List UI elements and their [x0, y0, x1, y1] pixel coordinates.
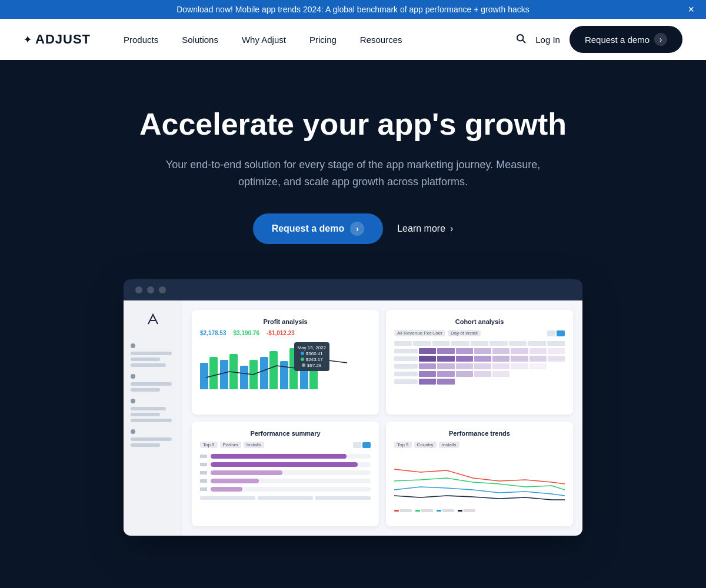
profit-metric-3: -$1,012.23	[267, 330, 295, 336]
legend-green-line	[415, 510, 420, 512]
hero-learn-chevron-icon: ›	[450, 223, 453, 234]
cohort-cell	[511, 379, 528, 385]
cohort-cell	[419, 348, 436, 354]
tooltip-v3: $97.28	[298, 363, 326, 368]
perf-bar-fill-2	[211, 462, 358, 467]
perf-bar-container-5	[211, 487, 371, 492]
cohort-toggles	[547, 330, 565, 336]
profit-analysis-title: Profit analysis	[200, 318, 371, 325]
profit-metric-1: $2,178.53	[200, 330, 227, 336]
cohort-filter-2: Day of install	[448, 330, 481, 336]
banner-close-button[interactable]: ×	[688, 4, 694, 16]
dashboard-titlebar	[124, 279, 582, 300]
cohort-cell	[492, 371, 509, 377]
legend-dark-label	[464, 509, 475, 512]
tooltip-date: May 15, 2022	[298, 345, 326, 350]
nav-item-why-adjust[interactable]: Why Adjust	[232, 30, 295, 49]
cohort-row-3	[394, 363, 565, 369]
hero-demo-button[interactable]: Request a demo ›	[253, 213, 384, 244]
nav-item-resources[interactable]: Resources	[351, 30, 412, 49]
cohort-header-cell	[547, 341, 565, 346]
titlebar-dot-3	[159, 286, 166, 293]
perf-legend	[200, 496, 371, 500]
perf-bar-label-5	[200, 487, 207, 491]
perf-bar-fill-5	[211, 487, 242, 492]
sidebar-dot-2	[131, 374, 135, 379]
hero-learn-more-button[interactable]: Learn more ›	[397, 223, 453, 234]
search-button[interactable]	[515, 33, 526, 46]
announcement-banner: Download now! Mobile app trends 2024: A …	[0, 0, 706, 19]
profit-bar-chart: May 15, 2022 $360.41 $243.17 $97.28	[200, 342, 371, 389]
cohort-header-cell	[451, 341, 469, 346]
cohort-row-label	[394, 372, 418, 376]
dashboard-mockup: Profit analysis $2,178.53 $3,190.76 -$1,…	[124, 279, 582, 536]
sidebar-line-8	[131, 419, 172, 422]
hero-title: Accelerate your app's growth	[118, 107, 588, 142]
nav-item-solutions[interactable]: Solutions	[172, 30, 228, 49]
performance-summary-card: Performance summary Top 5 Partner Instal…	[192, 422, 379, 526]
cohort-cell	[437, 348, 454, 354]
legend-red	[394, 509, 412, 512]
cohort-cell	[530, 371, 547, 377]
perf-bar-label-2	[200, 463, 207, 466]
cohort-toggle-1	[547, 330, 555, 336]
cohort-row-2	[394, 356, 565, 362]
perf-bar-fill-3	[211, 470, 282, 475]
cohort-header-cell	[471, 341, 488, 346]
sidebar-nav-item-4	[131, 429, 175, 447]
nav-item-products[interactable]: Products	[114, 30, 168, 49]
legend-blue-label	[442, 509, 454, 512]
trends-filter-3: Installs	[439, 442, 459, 448]
sidebar-logo	[131, 312, 175, 329]
cohort-cell	[492, 348, 509, 354]
login-button[interactable]: Log In	[535, 35, 560, 45]
cohort-header-row	[394, 341, 565, 346]
perf-bar-container-1	[211, 454, 371, 459]
cohort-header-cell	[509, 341, 527, 346]
sidebar-dot-4	[131, 429, 135, 434]
cohort-cell	[456, 379, 473, 385]
cohort-cell	[456, 356, 473, 362]
perf-toggle-1	[353, 442, 361, 448]
legend-item	[200, 496, 255, 500]
perf-bar-container-4	[211, 479, 371, 483]
sidebar-nav-item-1	[131, 343, 175, 367]
cohort-cell	[437, 356, 454, 362]
performance-trends-card: Performance trends Top 5 Country Install…	[386, 422, 573, 526]
trends-chart-svg	[394, 457, 565, 505]
trends-filters: Top 5 Country Installs	[394, 442, 565, 448]
cohort-heatmap	[394, 348, 565, 385]
legend-dark	[458, 509, 475, 512]
cohort-cell	[548, 363, 565, 369]
cohort-cell	[437, 371, 454, 377]
sidebar-dot-1	[131, 343, 135, 348]
sidebar-line-6	[131, 407, 166, 410]
nav-actions: Log In Request a demo ›	[515, 26, 682, 53]
sidebar-line-4	[131, 382, 172, 386]
nav-item-pricing[interactable]: Pricing	[300, 30, 346, 49]
trends-legend	[394, 509, 565, 512]
hero-actions: Request a demo › Learn more ›	[24, 213, 682, 244]
sidebar-dot-3	[131, 399, 135, 403]
legend-item	[315, 496, 371, 500]
sidebar-line-1	[131, 352, 172, 355]
request-demo-button[interactable]: Request a demo ›	[570, 26, 682, 53]
nav-links: Products Solutions Why Adjust Pricing Re…	[114, 30, 515, 49]
cohort-cell	[511, 348, 528, 354]
perf-bar-row-3	[200, 470, 371, 475]
sidebar-line-9	[131, 437, 172, 441]
logo[interactable]: ✦ ADJUST	[24, 32, 91, 47]
cohort-cell	[456, 348, 473, 354]
cohort-row-label	[394, 356, 418, 361]
perf-toggle-2	[362, 442, 371, 448]
logo-text: ✦ ADJUST	[24, 32, 91, 47]
legend-blue	[437, 509, 454, 512]
cohort-cell	[492, 356, 509, 362]
perf-bars	[200, 454, 371, 492]
perf-bar-label-4	[200, 479, 207, 483]
navbar: ✦ ADJUST Products Solutions Why Adjust P…	[0, 19, 706, 60]
titlebar-dot-1	[135, 286, 142, 293]
legend-dark-line	[458, 510, 462, 512]
cohort-cell	[437, 363, 454, 369]
cohort-cell	[530, 363, 547, 369]
